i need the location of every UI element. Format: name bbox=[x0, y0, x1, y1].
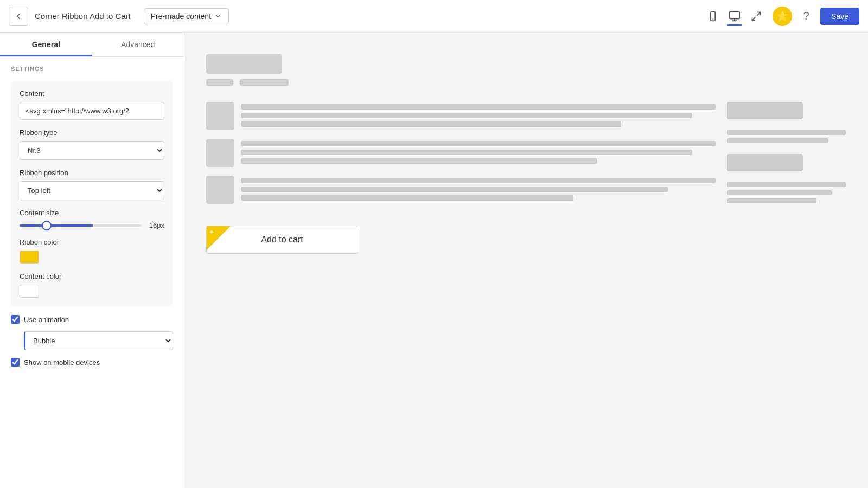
device-icons bbox=[703, 7, 766, 26]
content-color-swatch[interactable] bbox=[20, 285, 39, 298]
preview-area: ✦ Add to cart bbox=[184, 33, 868, 488]
svg-line-6 bbox=[752, 17, 756, 20]
ribbon-type-label: Ribbon type bbox=[20, 129, 164, 137]
show-mobile-row: Show on mobile devices bbox=[11, 358, 173, 367]
header-actions: ⭐ ? Save bbox=[773, 7, 859, 26]
show-mobile-checkbox[interactable] bbox=[11, 358, 20, 367]
animation-type-select[interactable]: Bubble Bounce Pulse None bbox=[24, 331, 173, 350]
ribbon-color-swatch[interactable] bbox=[20, 251, 39, 264]
svg-line-5 bbox=[757, 12, 761, 15]
add-to-cart-button[interactable]: ✦ Add to cart bbox=[206, 226, 358, 254]
back-button[interactable] bbox=[9, 7, 28, 26]
content-size-label: Content size bbox=[20, 209, 164, 217]
use-animation-row: Use animation bbox=[11, 315, 173, 324]
svg-rect-0 bbox=[711, 11, 715, 21]
tab-advanced[interactable]: Advanced bbox=[92, 33, 184, 56]
use-animation-label: Use animation bbox=[24, 316, 69, 324]
sidebar: General Advanced SETTINGS Content Ribbon… bbox=[0, 33, 184, 488]
help-button[interactable]: ? bbox=[796, 7, 816, 26]
header: Corner Ribbon Add to Cart Pre-made conte… bbox=[0, 0, 868, 33]
content-size-value: 16px bbox=[147, 221, 164, 229]
preview-right bbox=[727, 102, 846, 204]
ribbon-position-select[interactable]: Top left Top right Bottom left Bottom ri… bbox=[20, 181, 164, 200]
premade-dropdown[interactable]: Pre-made content bbox=[144, 8, 229, 24]
settings-section: SETTINGS Content Ribbon type Nr.1 Nr.2 N… bbox=[0, 57, 184, 383]
content-label: Content bbox=[20, 89, 164, 98]
use-animation-checkbox[interactable] bbox=[11, 315, 20, 324]
content-size-slider[interactable] bbox=[20, 224, 142, 227]
save-button[interactable]: Save bbox=[820, 8, 859, 25]
content-input[interactable] bbox=[20, 102, 164, 120]
content-row: Content bbox=[20, 89, 164, 120]
skeleton-top bbox=[206, 54, 846, 86]
ribbon-color-row: Ribbon color bbox=[20, 238, 164, 264]
preview-content bbox=[206, 102, 846, 204]
content-color-row: Content color bbox=[20, 272, 164, 298]
slider-row: 16px bbox=[20, 221, 164, 229]
ribbon-type-select[interactable]: Nr.1 Nr.2 Nr.3 Nr.4 bbox=[20, 141, 164, 160]
ribbon-type-row: Ribbon type Nr.1 Nr.2 Nr.3 Nr.4 bbox=[20, 129, 164, 160]
preview-item-3 bbox=[206, 176, 716, 204]
add-to-cart-label: Add to cart bbox=[261, 235, 303, 245]
content-size-row: Content size 16px bbox=[20, 209, 164, 229]
svg-rect-2 bbox=[730, 11, 739, 18]
ribbon-star-icon: ✦ bbox=[209, 228, 214, 236]
preview-item-2 bbox=[206, 139, 716, 167]
settings-card: Content Ribbon type Nr.1 Nr.2 Nr.3 Nr.4 … bbox=[11, 81, 173, 306]
mobile-icon-btn[interactable] bbox=[703, 7, 723, 26]
desktop-icon-btn[interactable] bbox=[725, 7, 744, 26]
fullscreen-icon-btn[interactable] bbox=[746, 7, 766, 26]
content-color-label: Content color bbox=[20, 272, 164, 280]
tab-general[interactable]: General bbox=[0, 33, 92, 56]
section-label: SETTINGS bbox=[11, 66, 173, 72]
main-layout: General Advanced SETTINGS Content Ribbon… bbox=[0, 33, 868, 488]
ribbon-position-label: Ribbon position bbox=[20, 169, 164, 177]
tabs: General Advanced bbox=[0, 33, 184, 57]
show-mobile-label: Show on mobile devices bbox=[24, 358, 100, 367]
star-button[interactable]: ⭐ bbox=[773, 7, 792, 26]
page-title: Corner Ribbon Add to Cart bbox=[35, 11, 131, 21]
animation-indent: Bubble Bounce Pulse None bbox=[24, 331, 173, 350]
ribbon-color-label: Ribbon color bbox=[20, 238, 164, 246]
ribbon-position-row: Ribbon position Top left Top right Botto… bbox=[20, 169, 164, 200]
preview-left bbox=[206, 102, 716, 204]
add-to-cart-area: ✦ Add to cart bbox=[206, 226, 846, 254]
preview-item-1 bbox=[206, 102, 716, 130]
premade-label: Pre-made content bbox=[151, 12, 211, 21]
